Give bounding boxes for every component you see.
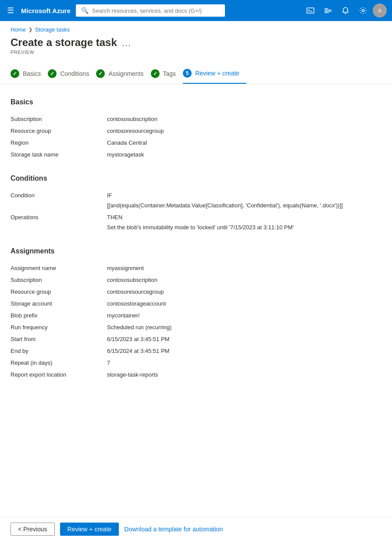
breadcrumb-separator-1: ❯ xyxy=(29,27,32,32)
operations-then: THEN xyxy=(107,214,381,221)
blob-prefix-label: Blob prefix xyxy=(11,310,107,321)
storage-task-name-label: Storage task name xyxy=(11,149,107,160)
breadcrumb: Home ❯ Storage tasks xyxy=(0,21,392,33)
table-row: Region Canada Central xyxy=(11,137,381,149)
step-assignments-label: Assignments xyxy=(108,70,143,77)
table-row: Report export location storage-task-repo… xyxy=(11,369,381,381)
step-2-circle xyxy=(48,69,57,78)
condition-if: IF xyxy=(107,192,381,199)
repeat-label: Repeat (in days) xyxy=(11,357,107,369)
table-row: Storage account contosostorageaccount xyxy=(11,298,381,310)
hamburger-icon[interactable]: ☰ xyxy=(5,4,16,17)
table-row: Subscription contososubscription xyxy=(11,113,381,125)
resource-group-value: contosoresourcegroup xyxy=(107,125,381,137)
nav-icons-group: A xyxy=(303,3,387,18)
top-navigation: ☰ Microsoft Azure 🔍 A xyxy=(0,0,392,21)
assignment-name-value: myassignment xyxy=(107,262,381,274)
step-5-num: 5 xyxy=(186,70,189,76)
step-review-label: Review + create xyxy=(195,70,239,77)
more-options-button[interactable]: ... xyxy=(122,39,132,48)
condition-label: Condition xyxy=(11,189,107,211)
report-export-value: storage-task-reports xyxy=(107,369,381,381)
wizard-step-conditions[interactable]: Conditions xyxy=(48,64,96,83)
table-row: Resource group contosoresourcegroup xyxy=(11,125,381,137)
assign-resource-group-value: contosoresourcegroup xyxy=(107,286,381,298)
table-row: Resource group contosoresourcegroup xyxy=(11,286,381,298)
table-row: Start from 6/15/2023 at 3:45:51 PM xyxy=(11,333,381,345)
table-row: Assignment name myassignment xyxy=(11,262,381,274)
assignments-section: Assignments Assignment name myassignment… xyxy=(11,247,381,381)
table-row: Operations THEN Set the blob's immutabil… xyxy=(11,211,381,233)
breadcrumb-home[interactable]: Home xyxy=(11,26,26,33)
step-basics-label: Basics xyxy=(23,70,41,77)
step-4-circle xyxy=(151,69,160,78)
wizard-step-tags[interactable]: Tags xyxy=(151,64,183,83)
run-frequency-value: Scheduled run (recurring) xyxy=(107,321,381,333)
search-bar[interactable]: 🔍 xyxy=(76,4,225,17)
run-frequency-label: Run frequency xyxy=(11,321,107,333)
search-icon: 🔍 xyxy=(81,7,89,14)
directory-icon[interactable] xyxy=(320,3,336,18)
azure-logo: Microsoft Azure xyxy=(21,7,71,14)
step-conditions-label: Conditions xyxy=(60,70,89,77)
report-export-label: Report export location xyxy=(11,369,107,381)
step-5-circle: 5 xyxy=(183,69,192,78)
storage-account-label: Storage account xyxy=(11,298,107,310)
assignments-table: Assignment name myassignment Subscriptio… xyxy=(11,262,381,381)
repeat-value: 7 xyxy=(107,357,381,369)
svg-rect-2 xyxy=(324,8,328,9)
start-from-label: Start from xyxy=(11,333,107,345)
wizard-step-assignments[interactable]: Assignments xyxy=(96,64,150,83)
svg-point-6 xyxy=(362,10,364,12)
content-area: Basics Subscription contososubscription … xyxy=(0,84,392,405)
step-tags-label: Tags xyxy=(163,70,176,77)
page-title: Create a storage task xyxy=(11,36,117,49)
basics-table: Subscription contososubscription Resourc… xyxy=(11,113,381,160)
conditions-table: Condition IF [[and(equals(Container.Meta… xyxy=(11,189,381,233)
conditions-section: Conditions Condition IF [[and(equals(Con… xyxy=(11,174,381,233)
table-row: Blob prefix mycontainer/ xyxy=(11,310,381,321)
check-icon-3 xyxy=(98,71,103,77)
end-by-value: 6/15/2024 at 3:45:51 PM xyxy=(107,345,381,357)
wizard-step-review[interactable]: 5 Review + create xyxy=(183,64,246,84)
region-label: Region xyxy=(11,137,107,149)
notifications-icon[interactable] xyxy=(338,3,353,18)
table-row: Condition IF [[and(equals(Container.Meta… xyxy=(11,189,381,211)
region-value: Canada Central xyxy=(107,137,381,149)
svg-rect-4 xyxy=(324,11,331,12)
svg-rect-0 xyxy=(307,8,314,13)
operations-label: Operations xyxy=(11,211,107,233)
resource-group-label: Resource group xyxy=(11,125,107,137)
subscription-value: contososubscription xyxy=(107,113,381,125)
table-row: Repeat (in days) 7 xyxy=(11,357,381,369)
check-icon-1 xyxy=(13,71,17,77)
wizard-step-basics[interactable]: Basics xyxy=(11,64,48,83)
page-subtitle: PREVIEW xyxy=(0,49,392,55)
search-input[interactable] xyxy=(92,7,220,14)
assignment-name-label: Assignment name xyxy=(11,262,107,274)
main-content: Basics Subscription contososubscription … xyxy=(0,84,392,440)
settings-icon[interactable] xyxy=(355,3,371,18)
breadcrumb-storage-tasks[interactable]: Storage tasks xyxy=(35,26,70,33)
svg-rect-3 xyxy=(324,10,331,11)
check-icon-2 xyxy=(50,71,54,77)
assign-subscription-label: Subscription xyxy=(11,274,107,286)
terminal-icon[interactable] xyxy=(303,3,318,18)
wizard-steps: Basics Conditions Assignments Tags 5 Rev… xyxy=(0,55,392,84)
operations-value: THEN Set the blob's immutability mode to… xyxy=(107,211,381,233)
basics-section: Basics Subscription contososubscription … xyxy=(11,98,381,160)
conditions-section-title: Conditions xyxy=(11,174,381,182)
table-row: Subscription contososubscription xyxy=(11,274,381,286)
assignments-section-title: Assignments xyxy=(11,247,381,255)
user-avatar[interactable]: A xyxy=(373,4,387,18)
page-header: Create a storage task ... xyxy=(0,33,392,49)
table-row: End by 6/15/2024 at 3:45:51 PM xyxy=(11,345,381,357)
storage-account-value: contosostorageaccount xyxy=(107,298,381,310)
table-row: Run frequency Scheduled run (recurring) xyxy=(11,321,381,333)
condition-expression: [[and(equals(Container.Metadata.Value[Cl… xyxy=(107,202,381,209)
subscription-label: Subscription xyxy=(11,113,107,125)
blob-prefix-value: mycontainer/ xyxy=(107,310,381,321)
basics-section-title: Basics xyxy=(11,98,381,106)
svg-rect-5 xyxy=(324,12,329,13)
assign-subscription-value: contososubscription xyxy=(107,274,381,286)
